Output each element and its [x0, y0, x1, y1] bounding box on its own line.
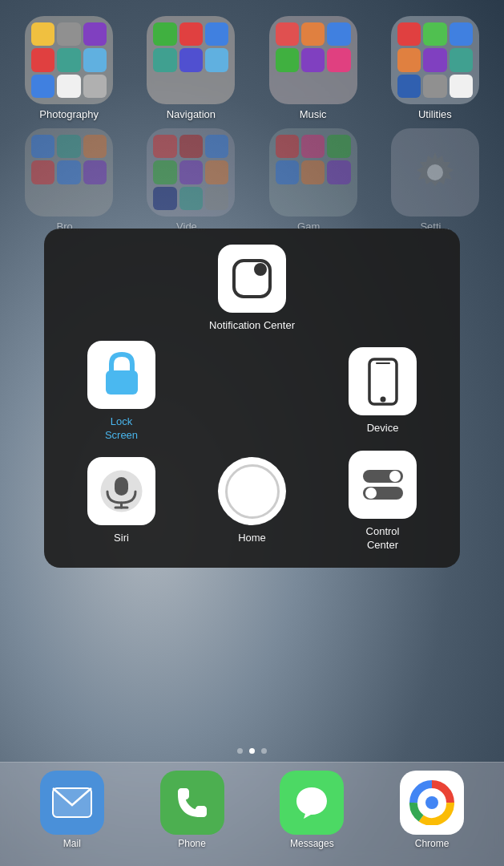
mini-app [31, 75, 54, 98]
assist-control-center[interactable]: ControlCenter [349, 451, 417, 552]
lock-screen-icon [101, 350, 143, 399]
folder-icon-navigation [147, 16, 235, 104]
folder-navigation[interactable]: Navigation [139, 16, 243, 120]
mini-app [31, 48, 54, 71]
mini-app [57, 22, 80, 46]
mini-app [57, 160, 80, 184]
mini-app [153, 75, 176, 98]
folder-utilities[interactable]: Utilities [383, 16, 487, 120]
assist-lock-screen[interactable]: LockScreen [87, 341, 155, 443]
folder-icon-video [147, 128, 235, 216]
svg-point-13 [389, 471, 401, 482]
svg-rect-7 [376, 362, 390, 364]
mini-app [276, 48, 299, 71]
folder-video[interactable]: Vide... [139, 128, 243, 233]
app-settings[interactable]: Setti... [383, 128, 487, 233]
assistive-touch-panel: Notification Center LockScreen Device [44, 229, 460, 568]
siri-label: Siri [114, 532, 129, 545]
mail-label: Mail [63, 838, 81, 849]
dock-item-mail[interactable]: Mail [28, 771, 116, 849]
mini-app [83, 187, 107, 210]
assist-device[interactable]: Device [349, 347, 417, 435]
mini-app [301, 75, 325, 98]
folder-icon-utilities [391, 16, 479, 104]
mini-app [397, 22, 421, 46]
mini-app [327, 160, 350, 184]
page-dot-3 [261, 748, 267, 754]
mini-app [83, 48, 107, 71]
assist-notification-center[interactable]: Notification Center [209, 245, 295, 333]
mini-app [31, 187, 54, 210]
mini-app [450, 22, 473, 46]
folder-browsers[interactable]: Bro... [17, 128, 121, 233]
mini-app [276, 22, 299, 46]
mini-app [327, 75, 350, 98]
notification-center-icon [230, 257, 274, 301]
mini-app [153, 160, 176, 184]
page-dots [0, 748, 504, 754]
dock-item-phone[interactable]: Phone [148, 771, 236, 849]
svg-point-15 [365, 488, 377, 499]
mini-app [205, 75, 228, 98]
mini-app [327, 48, 350, 71]
mini-app [31, 160, 54, 184]
app-row-2: Bro... Vide... [8, 128, 496, 233]
mini-app [57, 135, 80, 158]
mini-app [423, 75, 446, 98]
control-center-icon [360, 466, 406, 503]
mini-app [153, 22, 176, 46]
mini-app [153, 135, 176, 158]
mini-app [205, 160, 228, 184]
mini-app [31, 22, 54, 46]
mini-app [327, 22, 350, 46]
mini-app [327, 135, 350, 158]
folder-icon-photography [25, 16, 113, 104]
home-button-icon [218, 457, 286, 525]
folder-music[interactable]: Music [261, 16, 365, 120]
chrome-icon [400, 771, 464, 835]
settings-gear-icon [407, 144, 463, 200]
messages-bubble-icon [293, 784, 330, 821]
mini-app [83, 135, 107, 158]
device-icon [368, 358, 398, 406]
page-dot-1 [237, 748, 243, 754]
folder-photography[interactable]: Photography [17, 16, 121, 120]
phone-icon [160, 771, 224, 835]
mini-app [179, 22, 203, 46]
app-row-1: Photography Navigation [8, 16, 496, 120]
folder-games[interactable]: Gam... [261, 128, 365, 233]
mini-app [153, 48, 176, 71]
mini-app [276, 187, 299, 210]
svg-point-3 [254, 263, 267, 276]
assist-home[interactable]: Home [218, 457, 286, 545]
chrome-label: Chrome [415, 838, 450, 849]
phone-label: Phone [178, 838, 206, 849]
dock-item-messages[interactable]: Messages [268, 771, 356, 849]
lock-screen-label: LockScreen [105, 415, 138, 443]
mini-app [83, 160, 107, 184]
dock-item-chrome[interactable]: Chrome [388, 771, 476, 849]
mini-app [301, 135, 325, 158]
folder-icon-browsers [25, 128, 113, 216]
mini-app [423, 48, 446, 71]
device-icon-wrap [349, 347, 417, 415]
mini-app [276, 75, 299, 98]
mail-icon [40, 771, 104, 835]
mini-app [83, 75, 107, 98]
page-dot-2-active [249, 748, 255, 754]
mini-app [57, 187, 80, 210]
notification-center-icon-wrap [218, 245, 286, 313]
mini-app [205, 135, 228, 158]
phone-handset-icon [175, 785, 210, 820]
control-center-label: ControlCenter [366, 525, 400, 552]
mini-app [153, 187, 176, 210]
svg-point-6 [380, 396, 385, 402]
mini-app [276, 135, 299, 158]
svg-point-1 [427, 164, 443, 180]
mini-app [301, 160, 325, 184]
chrome-logo-icon [409, 780, 454, 825]
mini-app [179, 187, 203, 210]
svg-rect-9 [115, 477, 128, 496]
assist-siri[interactable]: Siri [87, 457, 155, 545]
mini-app [205, 48, 228, 71]
